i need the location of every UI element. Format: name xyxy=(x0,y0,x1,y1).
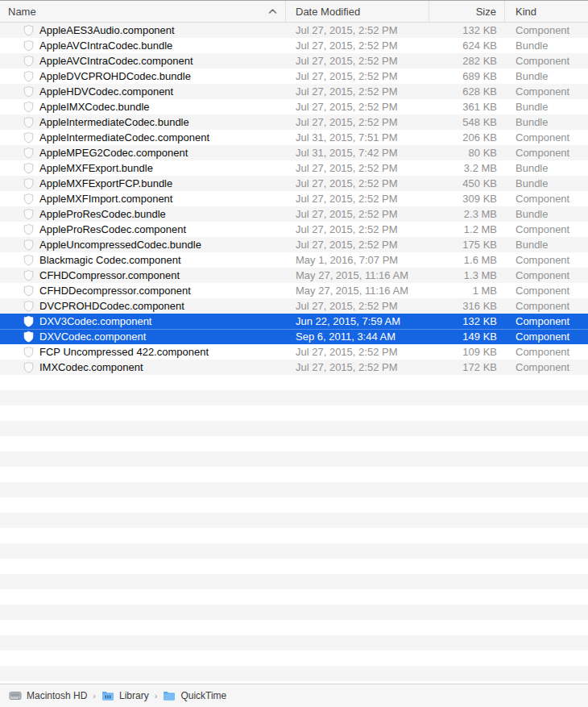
file-name-label: CFHDDecompressor.component xyxy=(39,285,191,297)
date-modified-cell: May 27, 2015, 11:16 AM xyxy=(286,283,429,298)
table-row[interactable]: AppleAES3Audio.component Jul 27, 2015, 2… xyxy=(0,23,588,38)
size-cell: 175 KB xyxy=(429,237,505,252)
table-row[interactable]: AppleIntermediateCodec.bundle Jul 27, 20… xyxy=(0,114,588,130)
breadcrumb-item-library[interactable]: Library xyxy=(101,689,149,702)
date-modified-cell: Jul 27, 2015, 2:52 PM xyxy=(286,23,429,38)
component-shield-icon xyxy=(23,162,35,174)
table-row[interactable]: AppleIntermediateCodec.component Jul 31,… xyxy=(0,130,588,145)
kind-cell: Bundle xyxy=(505,114,588,130)
kind-cell: Component xyxy=(505,283,588,298)
table-row[interactable]: FCP Uncompressed 422.component Jul 27, 2… xyxy=(0,344,588,360)
file-name-label: AppleAVCIntraCodec.bundle xyxy=(39,40,172,52)
kind-cell: Component xyxy=(505,252,588,268)
file-name-cell: AppleHDVCodec.component xyxy=(0,84,286,99)
breadcrumb-item-macintosh-hd[interactable]: Macintosh HD xyxy=(9,689,87,702)
kind-cell: Bundle xyxy=(505,206,588,222)
file-name-label: AppleProResCodec.component xyxy=(39,223,186,235)
table-row[interactable]: Blackmagic Codec.component May 1, 2016, … xyxy=(0,252,588,268)
file-name-cell: AppleIntermediateCodec.component xyxy=(0,130,286,145)
file-name-cell: Blackmagic Codec.component xyxy=(0,252,286,268)
column-header-date-modified[interactable]: Date Modified xyxy=(286,1,429,22)
size-cell: 1.6 MB xyxy=(429,252,505,268)
size-cell: 624 KB xyxy=(429,38,505,53)
size-cell: 80 KB xyxy=(429,145,505,160)
component-shield-icon xyxy=(23,40,35,52)
table-row[interactable]: AppleMXFExport.bundle Jul 27, 2015, 2:52… xyxy=(0,160,588,176)
component-shield-icon xyxy=(23,285,35,297)
component-shield-icon xyxy=(23,101,35,113)
component-shield-icon xyxy=(23,193,35,205)
component-shield-icon xyxy=(23,24,35,36)
component-shield-icon xyxy=(23,208,35,220)
table-row[interactable]: AppleIMXCodec.bundle Jul 27, 2015, 2:52 … xyxy=(0,99,588,114)
file-name-label: AppleHDVCodec.component xyxy=(39,85,173,98)
breadcrumb-separator: › xyxy=(155,691,158,701)
date-modified-cell: Jul 27, 2015, 2:52 PM xyxy=(286,298,429,314)
kind-cell: Bundle xyxy=(505,99,588,114)
empty-list-area xyxy=(0,375,588,684)
table-row[interactable]: AppleHDVCodec.component Jul 27, 2015, 2:… xyxy=(0,84,588,99)
size-cell: 1.3 MB xyxy=(429,268,505,283)
library-folder-icon xyxy=(101,689,114,702)
file-name-cell: AppleMPEG2Codec.component xyxy=(0,145,286,160)
date-modified-cell: Jul 27, 2015, 2:52 PM xyxy=(286,206,429,222)
size-cell: 149 KB xyxy=(429,329,505,344)
table-row[interactable]: DXVCodec.component Sep 6, 2011, 3:44 AM … xyxy=(0,329,588,344)
component-shield-icon xyxy=(23,55,35,67)
table-row[interactable]: CFHDDecompressor.component May 27, 2015,… xyxy=(0,283,588,298)
column-header-name-label: Name xyxy=(8,6,36,18)
kind-cell: Component xyxy=(505,360,588,375)
table-row[interactable]: AppleMPEG2Codec.component Jul 31, 2015, … xyxy=(0,145,588,160)
component-shield-icon xyxy=(23,346,35,358)
table-row[interactable]: AppleDVCPROHDCodec.bundle Jul 27, 2015, … xyxy=(0,69,588,84)
kind-cell: Bundle xyxy=(505,69,588,84)
file-name-label: IMXCodec.component xyxy=(39,361,143,373)
table-row[interactable]: DVCPROHDCodec.component Jul 27, 2015, 2:… xyxy=(0,298,588,314)
file-name-label: AppleIMXCodec.bundle xyxy=(39,101,150,113)
finder-list-window: Name Date Modified Size Kind AppleAES3Au… xyxy=(0,0,588,707)
file-name-cell: CFHDCompressor.component xyxy=(0,268,286,283)
date-modified-cell: Jul 27, 2015, 2:52 PM xyxy=(286,222,429,237)
table-row[interactable]: AppleAVCIntraCodec.bundle Jul 27, 2015, … xyxy=(0,38,588,53)
file-name-label: DXV3Codec.component xyxy=(39,315,151,327)
size-cell: 450 KB xyxy=(429,176,505,191)
date-modified-cell: Jul 27, 2015, 2:52 PM xyxy=(286,176,429,191)
file-name-label: AppleUncompressedCodec.bundle xyxy=(39,239,201,251)
file-name-cell: AppleMXFImport.component xyxy=(0,191,286,206)
component-shield-icon xyxy=(23,269,35,281)
date-modified-cell: Jul 27, 2015, 2:52 PM xyxy=(286,69,429,84)
file-name-cell: AppleIntermediateCodec.bundle xyxy=(0,114,286,130)
file-name-cell: AppleAVCIntraCodec.component xyxy=(0,53,286,69)
table-row[interactable]: AppleUncompressedCodec.bundle Jul 27, 20… xyxy=(0,237,588,252)
date-modified-cell: May 1, 2016, 7:07 PM xyxy=(286,252,429,268)
file-name-label: AppleAES3Audio.component xyxy=(39,24,175,36)
column-header-kind[interactable]: Kind xyxy=(505,1,588,22)
file-name-cell: CFHDDecompressor.component xyxy=(0,283,286,298)
table-row[interactable]: IMXCodec.component Jul 27, 2015, 2:52 PM… xyxy=(0,360,588,375)
table-row[interactable]: AppleProResCodec.bundle Jul 27, 2015, 2:… xyxy=(0,206,588,222)
size-cell: 1 MB xyxy=(429,283,505,298)
breadcrumb-separator: › xyxy=(93,691,96,701)
file-list: AppleAES3Audio.component Jul 27, 2015, 2… xyxy=(0,23,588,684)
size-cell: 172 KB xyxy=(429,360,505,375)
column-header-name[interactable]: Name xyxy=(0,1,286,22)
file-name-cell: IMXCodec.component xyxy=(0,360,286,375)
size-cell: 2.3 MB xyxy=(429,206,505,222)
path-bar: Macintosh HD › Library › QuickTime xyxy=(0,684,588,707)
table-row[interactable]: CFHDCompressor.component May 27, 2015, 1… xyxy=(0,268,588,283)
kind-cell: Bundle xyxy=(505,237,588,252)
table-row[interactable]: DXV3Codec.component Jun 22, 2015, 7:59 A… xyxy=(0,314,588,329)
table-row[interactable]: AppleMXFImport.component Jul 27, 2015, 2… xyxy=(0,191,588,206)
file-name-label: AppleMPEG2Codec.component xyxy=(39,147,188,159)
kind-cell: Component xyxy=(505,130,588,145)
table-row[interactable]: AppleProResCodec.component Jul 27, 2015,… xyxy=(0,222,588,237)
column-header-size[interactable]: Size xyxy=(429,1,505,22)
date-modified-cell: Jul 27, 2015, 2:52 PM xyxy=(286,191,429,206)
file-name-label: AppleMXFExport.bundle xyxy=(39,162,153,174)
table-row[interactable]: AppleAVCIntraCodec.component Jul 27, 201… xyxy=(0,53,588,69)
breadcrumb-item-quicktime[interactable]: QuickTime xyxy=(163,689,226,702)
file-name-label: AppleAVCIntraCodec.component xyxy=(39,55,193,67)
table-row[interactable]: AppleMXFExportFCP.bundle Jul 27, 2015, 2… xyxy=(0,176,588,191)
size-cell: 316 KB xyxy=(429,298,505,314)
date-modified-cell: Jul 27, 2015, 2:52 PM xyxy=(286,84,429,99)
